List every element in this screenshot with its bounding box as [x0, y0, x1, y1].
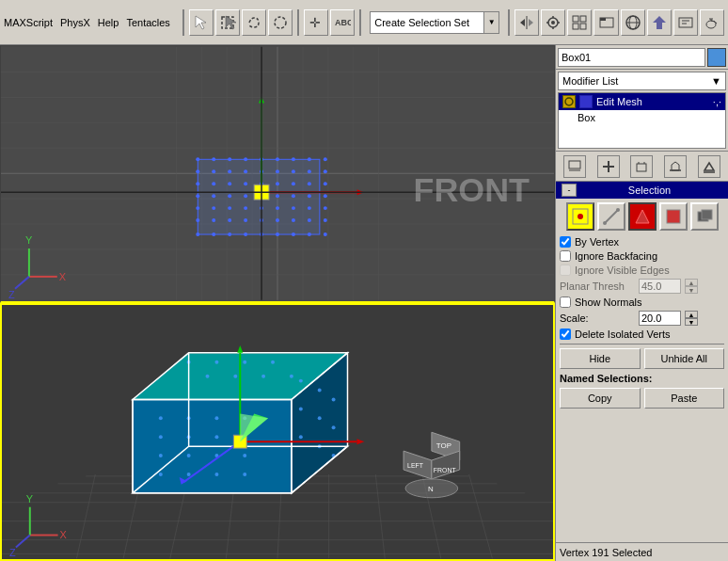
- toolbar-separator-2: [297, 9, 299, 36]
- modifier-item-editmesh[interactable]: Edit Mesh ·,·: [559, 93, 725, 110]
- svg-point-156: [159, 454, 163, 457]
- open-btn[interactable]: [593, 9, 618, 36]
- menu-maxscript[interactable]: MAXScript: [4, 17, 53, 28]
- svg-point-72: [276, 182, 279, 185]
- object-name-input[interactable]: [558, 48, 705, 67]
- select-lasso-btn[interactable]: [242, 9, 266, 36]
- create-selection-set-dropdown[interactable]: ▼: [483, 12, 499, 33]
- svg-point-67: [196, 182, 199, 185]
- svg-point-163: [243, 472, 246, 475]
- svg-point-105: [228, 232, 231, 236]
- viewport-front[interactable]: Front: [0, 45, 555, 303]
- planar-thresh-down[interactable]: ▼: [685, 286, 698, 294]
- svg-point-221: [578, 214, 583, 219]
- modifier-item-box[interactable]: Box: [559, 110, 725, 125]
- svg-point-83: [308, 194, 311, 198]
- toolbar-separator-4: [508, 9, 510, 36]
- create-selection-set-container: ▼: [370, 11, 499, 34]
- modifier-box-label: Box: [578, 112, 595, 123]
- menu-physx[interactable]: PhysX: [60, 17, 90, 28]
- scale-down[interactable]: ▼: [685, 318, 698, 326]
- svg-text:X: X: [60, 529, 68, 540]
- delete-isolated-row: Delete Isolated Verts: [560, 329, 724, 340]
- toolbar-separator-3: [359, 9, 361, 36]
- mirror-btn[interactable]: [514, 9, 539, 36]
- ignore-visible-edges-checkbox[interactable]: [560, 264, 571, 276]
- subobj-edge-btn[interactable]: [597, 202, 625, 231]
- svg-text:✛: ✛: [309, 15, 321, 30]
- delete-isolated-checkbox[interactable]: [560, 329, 571, 340]
- create-selection-set-input[interactable]: [371, 17, 483, 28]
- select-paint-btn[interactable]: [268, 9, 293, 36]
- svg-point-94: [196, 218, 199, 222]
- hide-button[interactable]: Hide: [560, 348, 641, 369]
- unhide-all-button[interactable]: Unhide All: [644, 348, 725, 369]
- show-normals-row: Show Normals: [560, 297, 724, 308]
- modifier-list-dropdown[interactable]: Modifier List ▼: [558, 72, 726, 90]
- by-vertex-checkbox[interactable]: [560, 236, 571, 248]
- svg-point-154: [214, 435, 218, 439]
- svg-point-75: [324, 182, 327, 185]
- copy-button[interactable]: Copy: [560, 388, 641, 409]
- subobj-vertex-btn[interactable]: [566, 202, 594, 231]
- svg-point-95: [212, 218, 215, 222]
- svg-rect-16: [580, 24, 586, 29]
- named-selections-label: Named Selections:: [560, 373, 652, 384]
- viewport-perspective[interactable]: Perspective: [0, 303, 555, 562]
- scale-up[interactable]: ▲: [685, 311, 698, 318]
- move-btn[interactable]: ✛: [304, 9, 328, 36]
- menu-tentacles[interactable]: Tentacles: [126, 17, 169, 28]
- show-normals-checkbox[interactable]: [560, 297, 571, 308]
- modifier-section: Modifier List ▼ Edit Mesh ·,· Box: [556, 70, 728, 152]
- svg-point-64: [292, 169, 295, 173]
- modifier-stack-btn1[interactable]: [563, 155, 586, 178]
- svg-point-3: [275, 17, 286, 28]
- subobj-polygon-btn[interactable]: [659, 202, 688, 231]
- modifier-editmesh-label: Edit Mesh: [596, 96, 642, 107]
- menu-help[interactable]: Help: [98, 17, 119, 28]
- planar-thresh-arrows: ▲ ▼: [685, 279, 698, 294]
- svg-point-68: [212, 182, 215, 185]
- svg-point-167: [271, 360, 275, 363]
- right-panel: Modifier List ▼ Edit Mesh ·,· Box: [555, 45, 728, 561]
- svg-point-57: [324, 157, 327, 161]
- subobj-face-btn[interactable]: [628, 202, 657, 231]
- modifier-stack-btn2[interactable]: [597, 155, 620, 178]
- modifier-stack-btn3[interactable]: [630, 155, 653, 178]
- viewports-container: Front: [0, 45, 555, 561]
- planar-thresh-up[interactable]: ▲: [685, 279, 698, 286]
- svg-point-92: [308, 206, 311, 210]
- svg-point-69: [228, 182, 231, 185]
- modifier-stack-btn4[interactable]: [664, 155, 687, 178]
- render2-btn[interactable]: [673, 9, 698, 36]
- modifier-stack-btn5[interactable]: [698, 155, 720, 178]
- select-btn[interactable]: [189, 9, 214, 36]
- teapot-btn[interactable]: [700, 9, 724, 36]
- svg-point-210: [565, 98, 573, 105]
- selection-collapse-btn[interactable]: -: [562, 184, 577, 197]
- abc-btn[interactable]: ABC: [330, 9, 355, 36]
- svg-point-109: [292, 232, 295, 236]
- svg-point-168: [206, 374, 210, 377]
- named-selections-section: Named Selections:: [560, 373, 724, 384]
- svg-rect-211: [569, 161, 580, 168]
- svg-point-165: [214, 360, 218, 363]
- svg-point-176: [318, 416, 322, 420]
- align-btn[interactable]: [541, 9, 565, 36]
- ignore-backfacing-checkbox[interactable]: [560, 250, 571, 262]
- scale-input[interactable]: [639, 311, 681, 326]
- svg-point-171: [290, 374, 293, 377]
- planar-thresh-input[interactable]: [639, 279, 681, 294]
- subobj-element-btn[interactable]: [690, 202, 719, 231]
- select-region-btn[interactable]: [215, 9, 240, 36]
- svg-point-56: [308, 157, 311, 161]
- paste-button[interactable]: Paste: [644, 388, 725, 409]
- object-color-swatch[interactable]: [707, 48, 726, 67]
- material-btn[interactable]: [621, 9, 645, 36]
- render-btn[interactable]: [647, 9, 672, 36]
- svg-point-93: [324, 206, 327, 210]
- svg-point-106: [244, 232, 247, 236]
- array-btn[interactable]: [567, 9, 592, 36]
- ignore-visible-edges-label: Ignore Visible Edges: [575, 264, 670, 276]
- svg-point-157: [187, 454, 191, 457]
